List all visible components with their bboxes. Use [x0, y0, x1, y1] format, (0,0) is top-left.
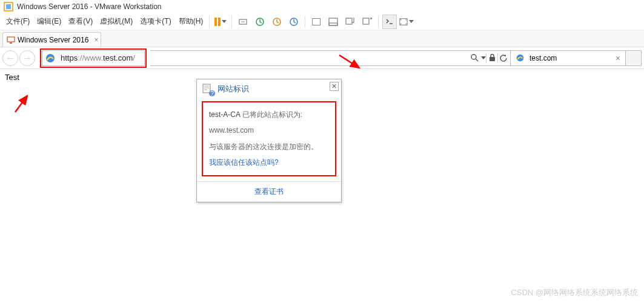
stretch-icon[interactable] [399, 15, 414, 29]
snapshot-take-icon[interactable] [253, 15, 267, 29]
menu-vm[interactable]: 虚拟机(M) [96, 15, 136, 28]
separator [209, 16, 210, 28]
layout-fullscreen-icon[interactable] [360, 15, 374, 29]
vmware-title-bar: Windows Server 2016 - VMware Workstation [0, 0, 644, 13]
layout-multi-icon[interactable] [343, 15, 357, 29]
vmware-icon [4, 2, 13, 12]
popup-domain: www.test.com [209, 124, 329, 136]
svg-rect-1 [6, 4, 11, 9]
popup-body: test-A-CA 已将此站点标识为: www.test.com 与该服务器的这… [202, 101, 336, 176]
certificate-icon [202, 83, 214, 95]
console-icon[interactable] [382, 15, 397, 29]
ca-name: test-A-CA [209, 110, 240, 119]
popup-header: 网站标识 [197, 79, 341, 99]
svg-rect-8 [346, 18, 352, 24]
close-icon[interactable]: × [94, 36, 98, 44]
browser-tab-label: test.com [529, 54, 557, 62]
layout-single-icon[interactable] [309, 15, 324, 29]
arrow-annotation [336, 52, 367, 79]
url-highlight-box: https://www.test.com/ [40, 48, 147, 68]
back-button[interactable]: ← [2, 50, 18, 66]
svg-rect-9 [363, 18, 369, 24]
address-bar-right[interactable] [150, 50, 511, 66]
svg-point-14 [471, 55, 476, 59]
vm-tab-strip: Windows Server 2016 × [0, 30, 644, 47]
arrow-annotation [12, 91, 36, 118]
ie-icon [516, 53, 525, 62]
svg-rect-7 [329, 23, 337, 25]
watermark: CSDN @网络网络系统系统网络系统 [511, 287, 638, 298]
menu-edit[interactable]: 编辑(E) [33, 15, 65, 28]
pause-button[interactable] [213, 15, 228, 29]
close-icon[interactable]: × [613, 53, 623, 63]
send-ctrl-alt-del-icon[interactable] [236, 15, 250, 29]
close-icon[interactable]: ✕ [330, 82, 339, 91]
menu-help[interactable]: 帮助(H) [175, 15, 207, 28]
svg-rect-11 [7, 37, 15, 42]
menu-file[interactable]: 文件(F) [2, 15, 33, 28]
menu-view[interactable]: 查看(V) [65, 15, 96, 28]
trust-link[interactable]: 我应该信任该站点吗? [209, 156, 329, 168]
new-tab-button[interactable] [626, 50, 642, 66]
dropdown-icon[interactable] [480, 50, 486, 66]
svg-rect-15 [490, 57, 495, 61]
svg-rect-6 [329, 18, 337, 25]
layout-thumb-icon[interactable] [326, 15, 340, 29]
ie-toolbar: ← → https://www.test.com/ test.com × [0, 47, 644, 69]
vm-tab[interactable]: Windows Server 2016 × [2, 32, 101, 47]
view-certificate-button[interactable]: 查看证书 [197, 181, 341, 202]
svg-rect-17 [203, 84, 210, 93]
ca-suffix: 已将此站点标识为: [240, 110, 302, 119]
separator [378, 16, 379, 28]
monitor-icon [7, 36, 15, 44]
vmware-title-text: Windows Server 2016 - VMware Workstation [17, 2, 162, 11]
svg-rect-12 [10, 42, 12, 44]
forward-button[interactable]: → [19, 50, 35, 66]
snapshot-manage-icon[interactable] [287, 15, 301, 29]
search-icon[interactable] [469, 50, 480, 66]
separator [305, 16, 305, 28]
separator [231, 16, 232, 28]
lock-icon[interactable] [486, 50, 497, 66]
snapshot-revert-icon[interactable] [270, 15, 284, 29]
ie-icon [45, 53, 56, 64]
url-text[interactable]: https://www.test.com/ [58, 52, 144, 64]
page-text: Test [5, 73, 19, 82]
site-identity-popup: ✕ 网站标识 test-A-CA 已将此站点标识为: www.test.com … [196, 79, 342, 202]
popup-encrypted: 与该服务器的这次连接是加密的。 [209, 141, 329, 153]
menu-tabs[interactable]: 选项卡(T) [136, 15, 174, 28]
popup-title: 网站标识 [217, 84, 249, 95]
menu-bar: 文件(F) 编辑(E) 查看(V) 虚拟机(M) 选项卡(T) 帮助(H) [0, 13, 644, 30]
vm-tab-label: Windows Server 2016 [18, 36, 88, 44]
refresh-icon[interactable] [498, 50, 509, 66]
browser-tab[interactable]: test.com × [511, 50, 626, 66]
